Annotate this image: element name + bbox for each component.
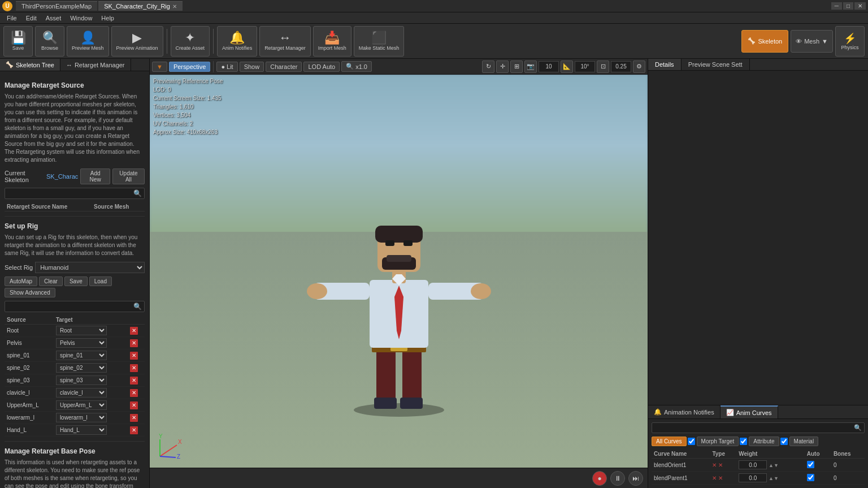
tab-rig[interactable]: SK_Character_City_Rig ✕ bbox=[98, 1, 183, 11]
retarget-search-input[interactable] bbox=[7, 190, 133, 197]
remove-mapping-button[interactable]: ✕ bbox=[130, 426, 138, 434]
material-checkbox[interactable] bbox=[780, 438, 788, 445]
viewport-canvas[interactable]: Previewing Reference Pose LOD: 0 Current… bbox=[150, 75, 648, 468]
weight-input[interactable] bbox=[739, 473, 767, 482]
remove-mapping-button[interactable]: ✕ bbox=[130, 339, 138, 347]
show-advanced-button[interactable]: Show Advanced bbox=[5, 288, 55, 297]
physics-button[interactable]: ⚡ Physics bbox=[835, 26, 865, 57]
retarget-manager-button[interactable]: ↔ Retarget Manager bbox=[259, 26, 311, 57]
auto-checkbox[interactable] bbox=[807, 461, 814, 468]
tab-skeleton-tree[interactable]: 🦴 Skeleton Tree bbox=[0, 59, 60, 71]
character-container bbox=[303, 184, 495, 422]
remove-mapping-button[interactable]: ✕ bbox=[130, 414, 138, 422]
filter-attribute[interactable]: Attribute bbox=[749, 437, 779, 446]
rig-search-input[interactable] bbox=[7, 303, 133, 310]
create-asset-button[interactable]: ✦ Create Asset bbox=[171, 26, 210, 57]
remove-mapping-button[interactable]: ✕ bbox=[130, 327, 138, 335]
morph-target-checkbox[interactable] bbox=[688, 438, 695, 445]
scale-icon-btn2[interactable]: ⊡ bbox=[597, 61, 609, 73]
settings-icon-btn[interactable]: ⚙ bbox=[633, 61, 645, 73]
retarget-search-row: 🔍 bbox=[5, 188, 145, 199]
lit-button[interactable]: ● Lit bbox=[216, 62, 237, 72]
rig-select-dropdown[interactable]: Humanoid bbox=[35, 262, 145, 273]
scale-input[interactable] bbox=[611, 61, 631, 72]
preview-mesh-button[interactable]: 👤 Preview Mesh bbox=[67, 26, 109, 57]
menu-file[interactable]: File bbox=[2, 12, 21, 23]
skeleton-button[interactable]: 🦴 Skeleton bbox=[741, 30, 788, 53]
create-asset-icon: ✦ bbox=[185, 32, 195, 44]
scale-icon-btn[interactable]: ⊞ bbox=[510, 61, 523, 73]
pause-button[interactable]: ⏸ bbox=[610, 471, 625, 486]
target-select[interactable]: UpperArm_L bbox=[56, 400, 107, 410]
lod-button[interactable]: LOD Auto bbox=[303, 62, 340, 72]
target-select[interactable]: spine_03 bbox=[56, 375, 107, 385]
tab-map[interactable]: ThirdPersonExampleMap bbox=[16, 1, 97, 11]
attribute-checkbox[interactable] bbox=[740, 438, 747, 445]
camera-icon-btn[interactable]: 📷 bbox=[524, 61, 537, 73]
tab-animation-notifies[interactable]: 🔔 Animation Notifies bbox=[648, 405, 721, 418]
target-select[interactable]: lowerarm_l bbox=[56, 413, 107, 422]
target-select[interactable]: Root bbox=[56, 326, 107, 335]
character-button[interactable]: Character bbox=[266, 62, 302, 72]
update-all-button[interactable]: Update All bbox=[112, 169, 145, 184]
target-select[interactable]: spine_02 bbox=[56, 363, 107, 373]
tab-retarget-manager[interactable]: ↔ Retarget Manager bbox=[60, 59, 131, 71]
automap-button[interactable]: AutoMap bbox=[5, 277, 37, 286]
maximize-button[interactable]: □ bbox=[843, 2, 853, 10]
remove-cell: ✕ bbox=[128, 374, 145, 387]
toolbar-right: 🦴 Skeleton 👁 Mesh ▼ ⚡ Physics bbox=[741, 26, 865, 57]
target-cell: Hand_L bbox=[54, 424, 128, 437]
anim-notifies-button[interactable]: 🔔 Anim Notifies bbox=[217, 26, 257, 57]
filter-morph-target[interactable]: Morph Target bbox=[697, 437, 739, 446]
tab-details[interactable]: Details bbox=[648, 59, 682, 70]
mesh-button[interactable]: 👁 Mesh ▼ bbox=[791, 30, 833, 53]
record-button[interactable]: ● bbox=[592, 471, 607, 486]
close-button[interactable]: ✕ bbox=[854, 2, 866, 10]
target-select[interactable]: Pelvis bbox=[56, 338, 107, 348]
tab-anim-curves[interactable]: 📈 Anim Curves bbox=[721, 405, 778, 418]
angle-input[interactable] bbox=[575, 61, 595, 72]
remove-mapping-button[interactable]: ✕ bbox=[130, 389, 138, 397]
auto-checkbox[interactable] bbox=[807, 474, 814, 481]
target-select[interactable]: clavicle_l bbox=[56, 388, 107, 398]
lit-icon: ● bbox=[221, 63, 225, 70]
curves-search-input[interactable] bbox=[654, 425, 854, 431]
menu-window[interactable]: Window bbox=[66, 12, 97, 23]
import-mesh-button[interactable]: 📥 Import Mesh bbox=[313, 26, 351, 57]
perspective-button[interactable]: Perspective bbox=[169, 62, 210, 72]
make-static-mesh-button[interactable]: ⬛ Make Static Mesh bbox=[354, 26, 405, 57]
remove-mapping-button[interactable]: ✕ bbox=[130, 377, 138, 385]
browse-button[interactable]: 🔍 Browse bbox=[35, 26, 64, 57]
import-mesh-icon: 📥 bbox=[324, 32, 340, 44]
zoom-button[interactable]: 🔍 x1.0 bbox=[341, 61, 372, 72]
filter-morph-target-wrapper: Morph Target bbox=[688, 437, 739, 446]
remove-mapping-button[interactable]: ✕ bbox=[130, 364, 138, 372]
remove-mapping-button[interactable]: ✕ bbox=[130, 352, 138, 360]
minimize-button[interactable]: ─ bbox=[831, 2, 842, 10]
show-button[interactable]: Show bbox=[240, 62, 264, 72]
weight-input[interactable] bbox=[739, 460, 767, 469]
add-new-button[interactable]: Add New bbox=[80, 169, 110, 184]
remove-mapping-button[interactable]: ✕ bbox=[130, 401, 138, 409]
menu-edit[interactable]: Edit bbox=[21, 12, 41, 23]
angle-icon-btn[interactable]: 📐 bbox=[561, 61, 573, 73]
filter-material[interactable]: Material bbox=[789, 437, 819, 446]
load-button[interactable]: Load bbox=[89, 277, 112, 286]
filter-all-curves[interactable]: All Curves bbox=[652, 437, 687, 446]
vp-dropdown-btn[interactable]: ▼ bbox=[152, 62, 167, 72]
tab-preview-scene[interactable]: Preview Scene Sett bbox=[682, 59, 750, 70]
snap-input[interactable] bbox=[539, 61, 559, 72]
save-rig-button[interactable]: Save bbox=[64, 277, 88, 286]
rotate-icon-btn[interactable]: ↻ bbox=[482, 61, 494, 73]
move-icon-btn[interactable]: ✛ bbox=[496, 61, 509, 73]
notifies-icon: 🔔 bbox=[654, 408, 662, 416]
menu-help[interactable]: Help bbox=[97, 12, 119, 23]
target-select[interactable]: Hand_L bbox=[56, 425, 107, 435]
preview-animation-button[interactable]: ▶ Preview Animation bbox=[111, 26, 163, 57]
target-select[interactable]: spine_01 bbox=[56, 351, 107, 360]
save-button[interactable]: 💾 Save bbox=[3, 26, 33, 57]
close-icon[interactable]: ✕ bbox=[172, 3, 177, 10]
clear-button[interactable]: Clear bbox=[39, 277, 63, 286]
play-button[interactable]: ⏭ bbox=[628, 471, 643, 486]
menu-asset[interactable]: Asset bbox=[41, 12, 66, 23]
